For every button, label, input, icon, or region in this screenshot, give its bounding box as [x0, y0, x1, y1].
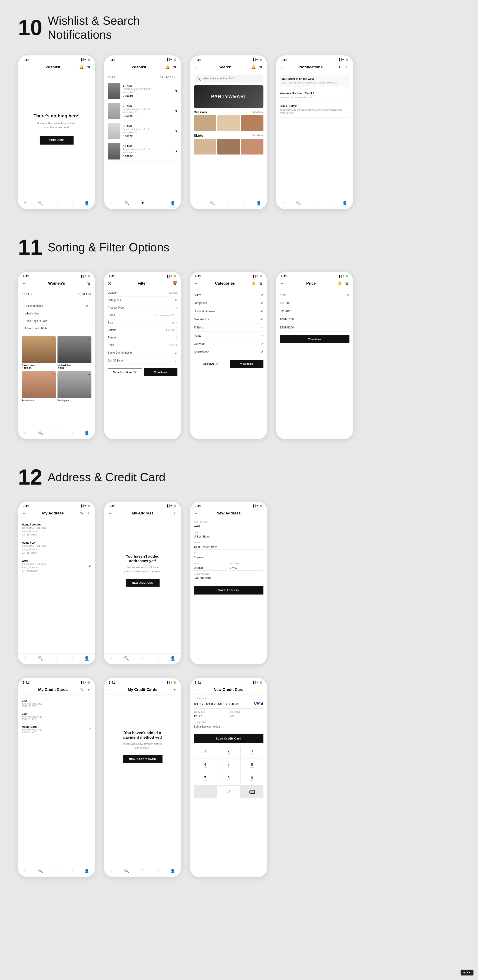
nav-home[interactable]: ⌂	[110, 869, 113, 873]
view-items-button[interactable]: View Items	[144, 368, 177, 376]
nav-home[interactable]: ⌂	[110, 200, 113, 206]
back-icon[interactable]: ←	[108, 511, 113, 516]
nav-search[interactable]: 🔍	[38, 200, 43, 206]
price-item[interactable]: 501-1000	[280, 307, 349, 315]
nav-bag[interactable]: □	[156, 656, 159, 661]
heart-icon[interactable]: ♥	[175, 129, 178, 133]
clear-selections-button[interactable]: Clear Selections 📅	[108, 368, 142, 376]
back-icon[interactable]: ←	[22, 281, 27, 286]
back-icon[interactable]: ←	[280, 64, 285, 70]
price-item[interactable]: 1001-1500	[280, 315, 349, 323]
price-item[interactable]: 5-250 ✓	[280, 291, 349, 299]
nav-heart[interactable]: ♡	[55, 869, 58, 873]
card-holder-input[interactable]	[194, 724, 263, 729]
nav-bag[interactable]: □	[70, 869, 73, 873]
bag-icon[interactable]: 🛍	[86, 64, 91, 70]
bag-icon[interactable]: 🛍	[344, 281, 349, 286]
save-address-button[interactable]: Save Address	[194, 586, 263, 595]
nav-heart[interactable]: ♡	[227, 200, 230, 206]
bell-icon[interactable]: 🔔	[337, 281, 342, 286]
bag-icon[interactable]: 🛍	[172, 64, 177, 70]
close-icon[interactable]: ✕	[108, 281, 112, 286]
nav-profile[interactable]: 👤	[84, 431, 89, 436]
address-item[interactable]: Home / London 4564 Samuel Park DriveYoun…	[22, 521, 91, 539]
cvv-input[interactable]	[230, 714, 263, 719]
nav-profile[interactable]: 👤	[256, 200, 261, 206]
nav-home[interactable]: ⌂	[24, 869, 27, 873]
nav-heart[interactable]: ♡	[313, 200, 316, 206]
nav-profile[interactable]: 👤	[84, 869, 89, 873]
numpad-key-3[interactable]: 3DEF	[241, 746, 263, 759]
address-item[interactable]: Work 4524 Bannon Park DriveYoung America…	[22, 557, 91, 575]
bag-icon[interactable]: 🛍	[258, 64, 263, 70]
category-item[interactable]: T-Shirts ✓	[194, 323, 263, 332]
city-input[interactable]	[194, 555, 263, 560]
nav-search[interactable]: 🔍	[124, 656, 129, 661]
numpad-key-2[interactable]: 2ABC	[217, 746, 240, 759]
back-icon[interactable]: ←	[194, 281, 199, 286]
numpad-key-7[interactable]: 7PQRS	[194, 772, 217, 785]
bag-icon[interactable]: 🛍	[86, 281, 91, 286]
sort-option[interactable]: Price: Low to High	[25, 325, 89, 332]
nav-bag[interactable]: □	[70, 200, 73, 206]
bag-icon[interactable]: 🛍	[258, 281, 263, 286]
numpad-key-0[interactable]: 0	[217, 786, 240, 799]
nav-bag[interactable]: □	[156, 200, 158, 206]
heart-icon[interactable]: ♡	[87, 337, 90, 341]
nav-home[interactable]: ⌂	[110, 656, 113, 661]
nav-profile[interactable]: 👤	[170, 656, 175, 661]
new-address-button[interactable]: NEW ADDRESS	[126, 579, 159, 587]
bell-icon[interactable]: 🔔	[79, 64, 84, 70]
country-input[interactable]	[194, 534, 263, 539]
nav-profile[interactable]: 👤	[84, 656, 89, 661]
nav-search[interactable]: 🔍	[38, 431, 43, 436]
back-icon[interactable]: ←	[22, 687, 27, 692]
street-input[interactable]	[194, 544, 263, 550]
nav-home[interactable]: ⌂	[24, 431, 27, 436]
nav-heart[interactable]: ♡	[55, 431, 58, 436]
edit-icon[interactable]: ✎	[79, 511, 84, 516]
back-icon[interactable]: ←	[194, 511, 199, 516]
heart-icon[interactable]: ♡	[51, 337, 54, 341]
address-name-input[interactable]	[194, 524, 263, 529]
nav-search[interactable]: 🔍	[124, 200, 129, 206]
nav-home[interactable]: ⌂	[282, 200, 285, 206]
nav-profile[interactable]: 👤	[342, 200, 347, 206]
filter-button[interactable]: ☰ FILTER	[78, 293, 91, 296]
nav-bag[interactable]: □	[242, 200, 245, 206]
nav-profile[interactable]: 👤	[84, 200, 89, 206]
nav-bag[interactable]: □	[156, 869, 159, 873]
heart-icon[interactable]: ♥	[175, 89, 178, 93]
back-icon[interactable]: ←	[280, 281, 285, 286]
sort-option[interactable]: Price: High to Low	[25, 317, 89, 325]
add-icon[interactable]: +	[86, 511, 91, 516]
zip-input[interactable]	[230, 565, 263, 571]
category-item[interactable]: Pants ✓	[194, 332, 263, 340]
add-icon[interactable]: +	[172, 511, 177, 516]
notification-item[interactable]: You may like them, Carol R! View your sp…	[280, 89, 349, 102]
nav-profile[interactable]: 👤	[170, 200, 175, 206]
nav-home[interactable]: ⌂	[24, 200, 27, 206]
sort-button[interactable]: SORT ▾	[22, 293, 32, 296]
select-all-button[interactable]: Select All ✓	[194, 360, 228, 368]
sort-option[interactable]: What's New	[25, 310, 89, 317]
nav-bag[interactable]: □	[70, 431, 73, 436]
card-item[interactable]: Visa xxxx xxxx xxxx 1029 10/2025 - 028	[22, 697, 91, 710]
view-items-button[interactable]: View Items	[230, 360, 263, 368]
back-icon[interactable]: ←	[194, 64, 199, 70]
sort-label[interactable]: SORT	[108, 76, 116, 79]
nav-search[interactable]: 🔍	[124, 869, 129, 873]
expiry-input[interactable]	[194, 714, 227, 719]
bell-icon[interactable]: 🔔	[251, 281, 256, 286]
heart-icon[interactable]: ♥	[88, 372, 90, 376]
heart-icon[interactable]: ♥	[175, 109, 178, 113]
nav-search[interactable]: 🔍	[38, 656, 43, 661]
nav-bag[interactable]: □	[70, 656, 73, 661]
edit-icon[interactable]: ✎	[79, 687, 84, 692]
numpad-key-9[interactable]: 9WXYZ	[241, 772, 263, 785]
sort-option[interactable]: Recommended ✓	[25, 302, 89, 310]
nav-heart[interactable]: ♡	[141, 869, 144, 873]
numpad-key-1[interactable]: 1	[194, 746, 217, 759]
category-item[interactable]: Shirts & Blouses ✓	[194, 307, 263, 315]
add-icon[interactable]: +	[172, 687, 177, 692]
